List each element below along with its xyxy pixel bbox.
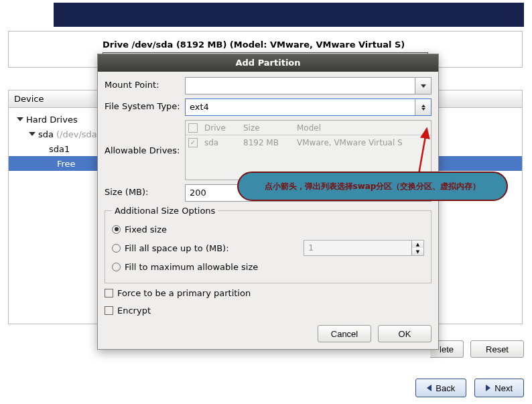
- checkbox-icon[interactable]: ✓: [188, 138, 198, 147]
- back-button[interactable]: Back: [415, 379, 466, 397]
- col-size: Size: [239, 123, 293, 133]
- fill-up-to-spinner[interactable]: 1 ▲ ▼: [304, 240, 424, 256]
- additional-size-options: Additional Size Options Fixed size Fill …: [105, 206, 431, 283]
- radio-fill-up-to[interactable]: Fill all space up to (MB): 1 ▲ ▼: [112, 239, 424, 257]
- drives-table-header: Drive Size Model: [186, 121, 431, 135]
- checkbox-label: Force to be a primary partition: [117, 288, 251, 298]
- size-label: Size (MB):: [105, 184, 185, 197]
- spinner-buttons[interactable]: ▲ ▼: [411, 241, 423, 255]
- back-label: Back: [436, 383, 455, 393]
- chevron-down-icon: [421, 84, 426, 88]
- radio-label: Fill to maximum allowable size: [125, 262, 258, 272]
- fs-type-label: File System Type:: [105, 98, 185, 111]
- chevron-down-icon[interactable]: [29, 132, 36, 136]
- arrow-left-icon: [427, 385, 431, 391]
- col-model: Model: [293, 123, 325, 133]
- mount-point-combo[interactable]: [185, 77, 431, 94]
- cancel-button[interactable]: Cancel: [318, 325, 371, 342]
- ok-button[interactable]: OK: [378, 325, 431, 342]
- mount-point-dropdown-button[interactable]: [415, 78, 431, 94]
- cell-drive: sda: [200, 138, 239, 147]
- checkbox-encrypt[interactable]: Encrypt: [105, 302, 431, 318]
- table-action-buttons: lete Reset: [430, 340, 524, 358]
- radio-label: Fixed size: [125, 224, 167, 234]
- radio-fixed-size[interactable]: Fixed size: [112, 220, 424, 239]
- drive-header-label: Drive /dev/sda (8192 MB) (Model: VMware,…: [9, 31, 522, 52]
- chevron-down-icon[interactable]: [17, 117, 23, 121]
- next-button[interactable]: Next: [474, 379, 524, 397]
- reset-button[interactable]: Reset: [470, 340, 524, 358]
- checkbox-force-primary[interactable]: Force to be a primary partition: [105, 285, 431, 301]
- allowable-drives-label: Allowable Drives:: [105, 145, 185, 155]
- dialog-title: Add Partition: [98, 54, 438, 72]
- chevron-up-icon: [421, 105, 425, 107]
- fs-type-value[interactable]: ext4: [186, 99, 415, 115]
- radio-fill-max[interactable]: Fill to maximum allowable size: [112, 257, 424, 276]
- column-device[interactable]: Device: [9, 90, 103, 107]
- fill-up-to-value: 1: [304, 241, 411, 255]
- checkbox-label: Encrypt: [117, 306, 151, 316]
- wizard-nav: Back Next: [415, 379, 524, 397]
- tree-devpath: (/dev/sda): [56, 129, 101, 139]
- checkbox-icon[interactable]: [105, 306, 113, 315]
- mount-point-value[interactable]: [186, 78, 415, 94]
- annotation-callout: 点小箭头，弹出列表选择swap分区（交换分区、虚拟内存）: [237, 172, 508, 201]
- arrow-right-icon: [486, 385, 490, 391]
- additional-legend: Additional Size Options: [112, 206, 218, 216]
- tree-label: sda1: [49, 144, 70, 154]
- top-banner: [54, 3, 524, 27]
- fs-type-dropdown-button[interactable]: [415, 99, 431, 115]
- tree-label: sda: [38, 129, 54, 139]
- checkbox-icon[interactable]: [188, 123, 198, 133]
- fs-type-combo[interactable]: ext4: [185, 98, 431, 116]
- tree-label: Hard Drives: [26, 115, 78, 125]
- mount-point-label: Mount Point:: [105, 77, 185, 90]
- spinner-up-icon[interactable]: ▲: [412, 241, 423, 248]
- cell-size: 8192 MB: [239, 138, 293, 147]
- radio-icon[interactable]: [112, 263, 121, 271]
- chevron-down-icon: [421, 108, 425, 111]
- radio-icon[interactable]: [112, 225, 121, 234]
- checkbox-icon[interactable]: [105, 289, 113, 297]
- radio-label: Fill all space up to (MB):: [125, 243, 229, 253]
- radio-icon[interactable]: [112, 244, 121, 253]
- col-drive: Drive: [200, 123, 239, 133]
- next-label: Next: [494, 383, 513, 393]
- tree-label: Free: [57, 159, 76, 169]
- spinner-down-icon[interactable]: ▼: [412, 248, 423, 255]
- add-partition-dialog: Add Partition Mount Point: File System T…: [97, 54, 439, 350]
- drives-table-row[interactable]: ✓ sda 8192 MB VMware, VMware Virtual S: [186, 135, 431, 150]
- cell-model: VMware, VMware Virtual S: [293, 138, 407, 147]
